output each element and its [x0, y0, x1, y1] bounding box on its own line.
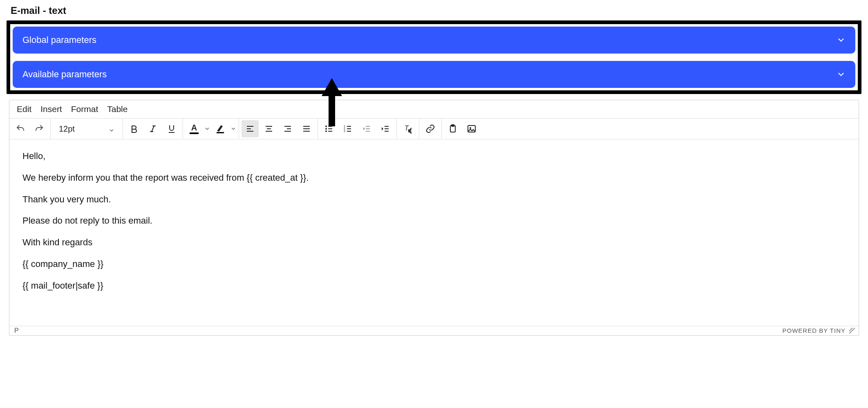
svg-point-19 — [325, 130, 327, 132]
editor-paragraph: We hereby inform you that the report was… — [22, 172, 847, 184]
toolbar-group-textstyle — [123, 119, 183, 139]
chevron-down-icon — [204, 126, 210, 132]
font-size-value: 12pt — [59, 124, 75, 134]
insert-image-button[interactable] — [463, 120, 480, 137]
text-color-button[interactable]: A — [186, 120, 210, 137]
svg-point-41 — [470, 127, 471, 129]
chevron-down-icon — [837, 36, 846, 45]
menu-table[interactable]: Table — [107, 104, 128, 114]
accordion-global-parameters[interactable]: Global parameters — [13, 27, 855, 54]
editor-paragraph: Thank you very much. — [22, 193, 847, 206]
accordion-label: Global parameters — [22, 35, 96, 45]
resize-handle-icon[interactable] — [849, 327, 855, 334]
powered-by-label: POWERED BY TINY — [783, 327, 846, 334]
indent-button[interactable] — [377, 120, 394, 137]
toolbar-group-link — [419, 119, 442, 139]
align-left-button[interactable] — [242, 120, 259, 137]
accordion-available-parameters[interactable]: Available parameters — [13, 61, 855, 88]
toolbar-group-clear: T — [397, 119, 419, 139]
paste-button[interactable] — [444, 120, 461, 137]
svg-line-2 — [152, 126, 154, 132]
parameters-highlight-box: Global parameters Available parameters — [7, 20, 861, 94]
svg-point-17 — [325, 126, 327, 127]
italic-button[interactable] — [144, 120, 161, 137]
accordion-label: Available parameters — [22, 69, 107, 80]
editor-statusbar: P POWERED BY TINY — [9, 326, 859, 335]
menu-insert[interactable]: Insert — [40, 104, 62, 114]
chevron-down-icon — [837, 70, 846, 79]
rich-text-editor: Edit Insert Format Table 12pt — [9, 100, 859, 336]
editor-paragraph: With kind regards — [22, 236, 847, 249]
menu-edit[interactable]: Edit — [17, 104, 31, 114]
editor-paragraph: {{ mail_footer|safe }} — [22, 280, 847, 292]
toolbar-group-history — [9, 119, 51, 139]
insert-link-button[interactable] — [422, 120, 439, 137]
bullet-list-button[interactable] — [320, 120, 338, 137]
toolbar-group-fontsize: 12pt — [51, 119, 123, 139]
align-center-button[interactable] — [260, 120, 277, 137]
editor-paragraph: Please do not reply to this email. — [22, 215, 847, 227]
element-path[interactable]: P — [14, 327, 19, 334]
svg-rect-4 — [217, 132, 224, 133]
menu-format[interactable]: Format — [71, 104, 98, 114]
font-size-select[interactable]: 12pt — [54, 120, 119, 137]
toolbar-group-lists: 123 — [318, 119, 397, 139]
chevron-down-icon — [230, 126, 236, 132]
editor-menubar: Edit Insert Format Table — [9, 100, 859, 119]
toolbar-group-align — [239, 119, 318, 139]
outdent-button[interactable] — [358, 120, 375, 137]
highlight-color-button[interactable] — [212, 120, 236, 137]
editor-paragraph: {{ company_name }} — [22, 258, 847, 271]
chevron-down-icon — [109, 126, 114, 132]
editor-toolbar: 12pt A — [9, 119, 859, 139]
editor-content-area[interactable]: Hello, We hereby inform you that the rep… — [9, 139, 859, 326]
align-justify-button[interactable] — [298, 120, 315, 137]
bold-button[interactable] — [125, 120, 143, 137]
svg-text:3: 3 — [344, 130, 345, 132]
text-color-glyph: A — [191, 123, 197, 132]
svg-point-18 — [325, 128, 327, 130]
redo-button[interactable] — [31, 120, 48, 137]
underline-button[interactable] — [163, 120, 180, 137]
undo-button[interactable] — [12, 120, 29, 137]
toolbar-group-insert — [442, 119, 483, 139]
numbered-list-button[interactable]: 123 — [339, 120, 356, 137]
page-title: E-mail - text — [0, 0, 868, 20]
toolbar-group-color: A — [183, 119, 239, 139]
editor-paragraph: Hello, — [22, 150, 847, 163]
clear-formatting-button[interactable]: T — [399, 120, 416, 137]
align-right-button[interactable] — [279, 120, 296, 137]
